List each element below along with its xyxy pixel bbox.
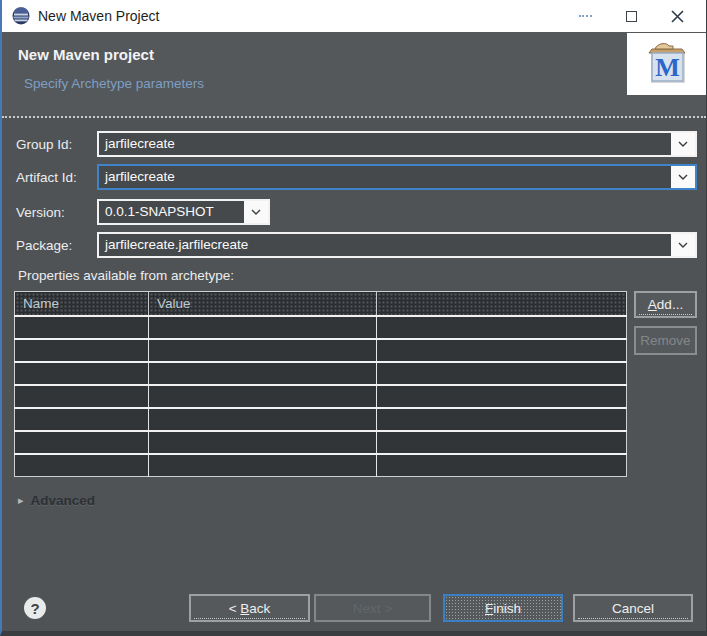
package-row: Package: jarfilecreate.jarfilecreate xyxy=(16,232,697,258)
column-header-name[interactable]: Name xyxy=(15,292,149,316)
maven-logo-icon: M xyxy=(639,39,695,89)
next-button[interactable]: Next > xyxy=(314,594,431,622)
minimize-icon xyxy=(579,14,592,17)
table-cell[interactable] xyxy=(149,362,377,385)
version-row: Version: 0.0.1-SNAPSHOT xyxy=(16,199,697,225)
group-id-row: Group Id: jarfilecreate xyxy=(16,131,697,157)
chevron-down-icon xyxy=(251,209,261,215)
table-cell[interactable] xyxy=(377,385,627,408)
titlebar: New Maven Project xyxy=(2,0,706,32)
table-cell[interactable] xyxy=(377,431,627,454)
table-side-buttons: Add... Remove xyxy=(634,291,697,477)
table-cell[interactable] xyxy=(15,454,149,477)
table-row[interactable] xyxy=(15,316,627,339)
wizard-content: Group Id: jarfilecreate Artifact Id: jar… xyxy=(2,118,706,508)
new-maven-project-dialog: New Maven Project New Maven project Spec… xyxy=(0,0,707,636)
wizard-title: New Maven project xyxy=(18,46,154,63)
maximize-button[interactable] xyxy=(608,0,654,32)
table-row[interactable] xyxy=(15,362,627,385)
artifact-id-combo[interactable]: jarfilecreate xyxy=(97,164,697,190)
wizard-subtitle: Specify Archetype parameters xyxy=(24,76,204,91)
table-row[interactable] xyxy=(15,431,627,454)
twistie-collapsed-icon: ▸ xyxy=(18,494,24,507)
table-row[interactable] xyxy=(15,408,627,431)
button-bar: ? < Back Next > Finish Cancel xyxy=(2,593,706,623)
add-button[interactable]: Add... xyxy=(634,291,697,318)
group-id-combo[interactable]: jarfilecreate xyxy=(97,131,697,157)
table-cell[interactable] xyxy=(15,431,149,454)
table-cell[interactable] xyxy=(15,408,149,431)
maximize-icon xyxy=(626,11,637,22)
table-cell[interactable] xyxy=(377,339,627,362)
column-header-extra[interactable] xyxy=(377,292,627,316)
properties-table-zone: Name Value Add... Remove xyxy=(14,291,697,477)
group-id-value[interactable]: jarfilecreate xyxy=(99,133,671,155)
maven-logo-box: M xyxy=(627,33,706,95)
table-header-row: Name Value xyxy=(15,292,627,316)
package-label: Package: xyxy=(16,238,97,253)
group-id-label: Group Id: xyxy=(16,137,97,152)
table-cell[interactable] xyxy=(377,362,627,385)
table-cell[interactable] xyxy=(377,454,627,477)
version-combo[interactable]: 0.0.1-SNAPSHOT xyxy=(97,199,270,225)
package-value[interactable]: jarfilecreate.jarfilecreate xyxy=(99,234,671,256)
chevron-down-icon xyxy=(678,242,688,248)
table-cell[interactable] xyxy=(149,408,377,431)
table-cell[interactable] xyxy=(149,339,377,362)
back-button[interactable]: < Back xyxy=(189,594,310,622)
advanced-section-toggle[interactable]: ▸ Advanced xyxy=(18,493,697,508)
finish-button[interactable]: Finish xyxy=(443,594,563,622)
properties-label: Properties available from archetype: xyxy=(18,268,697,283)
help-button[interactable]: ? xyxy=(24,597,46,619)
table-cell[interactable] xyxy=(377,408,627,431)
table-cell[interactable] xyxy=(15,339,149,362)
close-icon xyxy=(670,9,685,24)
svg-text:M: M xyxy=(655,53,680,82)
version-dropdown-button[interactable] xyxy=(244,201,268,223)
table-cell[interactable] xyxy=(149,316,377,339)
eclipse-icon xyxy=(12,7,30,25)
table-row[interactable] xyxy=(15,385,627,408)
chevron-down-icon xyxy=(678,141,688,147)
artifact-id-label: Artifact Id: xyxy=(16,170,97,185)
properties-table-body xyxy=(15,316,627,477)
table-cell[interactable] xyxy=(149,431,377,454)
table-cell[interactable] xyxy=(15,362,149,385)
column-header-value[interactable]: Value xyxy=(149,292,377,316)
table-cell[interactable] xyxy=(15,316,149,339)
minimize-button[interactable] xyxy=(562,0,608,32)
table-cell[interactable] xyxy=(149,454,377,477)
artifact-id-dropdown-button[interactable] xyxy=(671,166,695,188)
help-icon: ? xyxy=(30,600,39,617)
table-row[interactable] xyxy=(15,339,627,362)
chevron-down-icon xyxy=(678,174,688,180)
table-row[interactable] xyxy=(15,454,627,477)
remove-button[interactable]: Remove xyxy=(634,326,697,355)
close-button[interactable] xyxy=(654,0,700,32)
properties-table[interactable]: Name Value xyxy=(14,291,627,477)
package-dropdown-button[interactable] xyxy=(671,234,695,256)
window-title: New Maven Project xyxy=(38,8,159,24)
table-cell[interactable] xyxy=(15,385,149,408)
artifact-id-value[interactable]: jarfilecreate xyxy=(99,166,671,188)
cancel-button[interactable]: Cancel xyxy=(573,594,693,622)
version-value[interactable]: 0.0.1-SNAPSHOT xyxy=(99,201,244,223)
table-cell[interactable] xyxy=(377,316,627,339)
version-label: Version: xyxy=(16,205,97,220)
wizard-header: New Maven project Specify Archetype para… xyxy=(2,32,706,118)
table-cell[interactable] xyxy=(149,385,377,408)
advanced-label: Advanced xyxy=(31,493,96,508)
package-combo[interactable]: jarfilecreate.jarfilecreate xyxy=(97,232,697,258)
group-id-dropdown-button[interactable] xyxy=(671,133,695,155)
artifact-id-row: Artifact Id: jarfilecreate xyxy=(16,164,697,190)
